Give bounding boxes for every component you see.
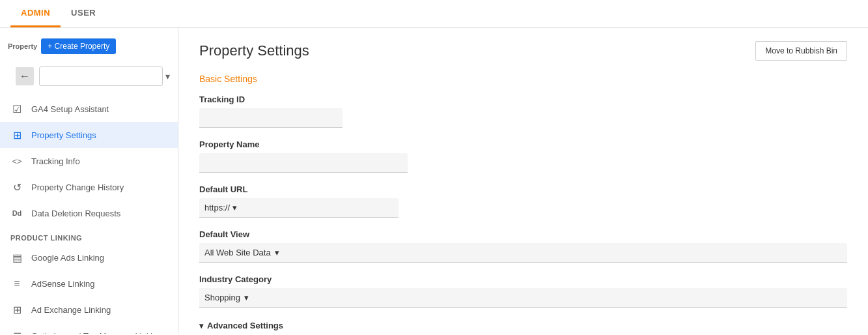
sidebar-item-ad-exchange-label: Ad Exchange Linking [31, 305, 111, 315]
tab-user[interactable]: USER [61, 0, 106, 27]
property-name-label: Property Name [199, 139, 847, 149]
sidebar-item-ga4-setup[interactable]: ☑ GA4 Setup Assistant [0, 96, 178, 122]
sidebar-item-property-settings[interactable]: ⊞ Property Settings [0, 122, 178, 148]
main-layout: Property + Create Property ← ▾ ☑ GA4 Set… [0, 28, 868, 334]
back-arrow-container: ← [8, 62, 36, 91]
create-property-button[interactable]: + Create Property [41, 38, 116, 54]
google-ads-icon: ▤ [10, 251, 23, 264]
back-arrow-button[interactable]: ← [16, 67, 34, 85]
property-label: Property [8, 42, 37, 50]
https-dropdown[interactable]: https:// ▾ [199, 198, 242, 218]
adsense-icon: ≡ [10, 277, 23, 290]
industry-value: Shopping [204, 293, 240, 302]
sidebar-item-property-change-history-label: Property Change History [31, 182, 124, 192]
sidebar-item-tracking-info-label: Tracking Info [31, 156, 80, 166]
property-settings-icon: ⊞ [10, 128, 23, 141]
sidebar-item-property-change-history[interactable]: ↺ Property Change History [0, 174, 178, 200]
tracking-id-input[interactable] [199, 108, 343, 128]
property-header: Property + Create Property [0, 33, 178, 59]
content-header: Property Settings Move to Rubbish Bin [199, 41, 847, 61]
top-nav: ADMIN USER [0, 0, 868, 28]
industry-category-group: Industry Category Shopping ▾ [199, 274, 847, 308]
sidebar-item-optimise-tag-label: Optimise and Tag Manager Linking [31, 331, 162, 334]
property-change-history-icon: ↺ [10, 181, 23, 194]
sidebar-item-tracking-info[interactable]: <> Tracking Info [0, 148, 178, 174]
industry-dropdown[interactable]: Shopping ▾ [199, 288, 847, 308]
move-to-rubbish-button[interactable]: Move to Rubbish Bin [755, 41, 847, 61]
default-url-label: Default URL [199, 184, 847, 194]
advanced-settings-header[interactable]: ▾ Advanced Settings [199, 321, 847, 330]
sidebar-item-data-deletion-label: Data Deletion Requests [31, 209, 120, 218]
industry-arrow: ▾ [244, 293, 249, 302]
url-input[interactable] [242, 198, 399, 218]
ga4-setup-icon: ☑ [10, 102, 23, 115]
tracking-info-icon: <> [10, 154, 23, 168]
tracking-id-group: Tracking ID [199, 95, 847, 128]
url-row: https:// ▾ [199, 198, 847, 218]
advanced-settings-label: Advanced Settings [207, 321, 283, 330]
sidebar-item-ad-exchange[interactable]: ⊞ Ad Exchange Linking [0, 297, 178, 323]
content-area: Property Settings Move to Rubbish Bin Ba… [178, 28, 868, 334]
property-dropdown-input[interactable] [39, 66, 163, 86]
sidebar: Property + Create Property ← ▾ ☑ GA4 Set… [0, 28, 178, 334]
advanced-settings-arrow: ▾ [199, 321, 203, 330]
sidebar-item-adsense-label: AdSense Linking [31, 279, 95, 289]
sidebar-item-ga4-label: GA4 Setup Assistant [31, 104, 109, 114]
product-linking-label: PRODUCT LINKING [0, 226, 178, 244]
basic-settings-title: Basic Settings [199, 74, 847, 84]
sidebar-item-google-ads-label: Google Ads Linking [31, 253, 104, 263]
sidebar-item-data-deletion[interactable]: Dd Data Deletion Requests [0, 200, 178, 226]
data-deletion-icon: Dd [10, 207, 23, 220]
property-name-group: Property Name [199, 139, 847, 173]
default-view-label: Default View [199, 229, 847, 239]
https-label: https:// [204, 203, 230, 212]
industry-category-label: Industry Category [199, 274, 847, 284]
ad-exchange-icon: ⊞ [10, 303, 23, 316]
default-view-dropdown[interactable]: All Web Site Data ▾ [199, 243, 847, 263]
sidebar-item-google-ads[interactable]: ▤ Google Ads Linking [0, 244, 178, 270]
property-dropdown-row: ← ▾ [0, 59, 178, 96]
property-dropdown-arrow[interactable]: ▾ [165, 71, 170, 81]
optimise-tag-icon: ⊞ [10, 329, 23, 334]
https-dropdown-arrow: ▾ [232, 203, 237, 212]
default-url-group: Default URL https:// ▾ [199, 184, 847, 218]
sidebar-item-optimise-tag[interactable]: ⊞ Optimise and Tag Manager Linking [0, 323, 178, 334]
sidebar-item-adsense[interactable]: ≡ AdSense Linking [0, 270, 178, 297]
page-title: Property Settings [199, 42, 309, 59]
default-view-arrow: ▾ [275, 248, 279, 257]
default-view-value: All Web Site Data [204, 248, 271, 257]
tracking-id-label: Tracking ID [199, 95, 847, 104]
property-name-input[interactable] [199, 153, 408, 173]
default-view-group: Default View All Web Site Data ▾ [199, 229, 847, 263]
sidebar-item-property-settings-label: Property Settings [31, 130, 96, 140]
tab-admin[interactable]: ADMIN [10, 0, 61, 27]
